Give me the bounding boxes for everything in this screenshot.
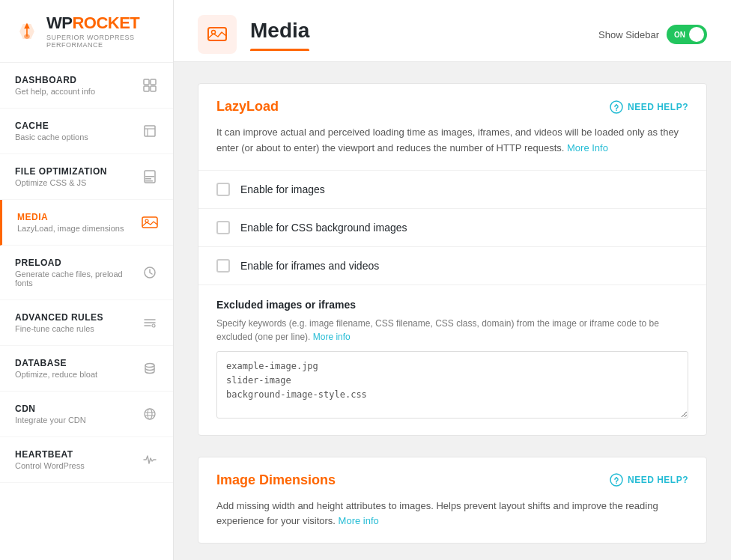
sidebar-item-heartbeat-title: HEARTBEAT: [15, 449, 142, 460]
sidebar-item-advanced-rules-subtitle: Fine-tune cache rules: [15, 324, 142, 333]
page-header: Media Show Sidebar ON: [174, 0, 731, 62]
excluded-desc: Specify keywords (e.g. image filename, C…: [216, 317, 688, 344]
logo-tagline: Superior WordPress Performance: [46, 34, 158, 49]
preload-icon: [142, 264, 158, 281]
lazyload-title: LazyLoad: [216, 99, 279, 115]
heartbeat-icon: [142, 451, 158, 468]
lazyload-need-help-label: NEED HELP?: [628, 102, 688, 112]
svg-point-31: [610, 474, 622, 486]
sidebar-item-cache-subtitle: Basic cache options: [15, 133, 142, 141]
sidebar-item-dashboard-title: DASHBOARD: [15, 75, 142, 85]
database-icon: [142, 360, 158, 377]
wp-rocket-logo-icon: [15, 16, 39, 47]
svg-point-21: [145, 364, 154, 368]
enable-css-bg-row: Enable for CSS background images: [198, 208, 706, 246]
sidebar: WP ROCKET Superior WordPress Performance…: [0, 0, 174, 560]
sidebar-item-cdn[interactable]: CDN Integrate your CDN: [0, 392, 173, 437]
image-dimensions-title: Image Dimensions: [216, 472, 336, 488]
image-dimensions-description: Add missing width and height attributes …: [198, 499, 706, 544]
logo: WP ROCKET Superior WordPress Performance: [0, 0, 173, 63]
toggle-label: ON: [674, 31, 685, 39]
content-area: LazyLoad NEED HELP? It can improve actua…: [174, 62, 731, 560]
svg-point-23: [148, 409, 152, 419]
sidebar-navigation: DASHBOARD Get help, account info CACHE B…: [0, 63, 173, 560]
sidebar-item-advanced-rules[interactable]: ADVANCED RULES Fine-tune cache rules: [0, 300, 173, 346]
sidebar-item-cache-title: CACHE: [15, 121, 142, 131]
logo-wp: WP: [46, 13, 72, 33]
svg-rect-4: [151, 79, 156, 85]
excluded-section: Excluded images or iframes Specify keywo…: [198, 284, 706, 435]
toggle-knob: [689, 27, 704, 42]
sidebar-item-advanced-rules-title: ADVANCED RULES: [15, 312, 142, 323]
svg-point-22: [145, 409, 155, 419]
sidebar-item-media-title: MEDIA: [17, 212, 142, 222]
svg-rect-11: [145, 176, 154, 177]
enable-css-bg-label: Enable for CSS background images: [240, 222, 407, 234]
svg-point-30: [616, 109, 617, 111]
lazyload-more-info-link[interactable]: More Info: [567, 142, 608, 153]
svg-rect-6: [151, 86, 156, 91]
svg-point-20: [152, 324, 155, 327]
cdn-icon: [142, 406, 158, 422]
sidebar-item-preload[interactable]: PRELOAD Generate cache files, preload fo…: [0, 246, 173, 300]
svg-rect-12: [145, 178, 151, 180]
excluded-title: Excluded images or iframes: [216, 299, 688, 311]
main-content: Media Show Sidebar ON LazyLoad NEED HELP…: [174, 0, 731, 560]
advanced-rules-icon: [142, 314, 158, 331]
sidebar-item-cdn-title: CDN: [15, 404, 142, 414]
enable-css-bg-checkbox[interactable]: [216, 221, 230, 234]
lazyload-need-help-button[interactable]: NEED HELP?: [610, 100, 688, 114]
show-sidebar-label: Show Sidebar: [598, 29, 659, 40]
sidebar-item-file-optimization[interactable]: FILE OPTIMIZATION Optimize CSS & JS: [0, 154, 173, 200]
image-dimensions-more-info-link[interactable]: More info: [339, 515, 379, 526]
svg-rect-7: [145, 126, 155, 136]
page-icon: [198, 15, 237, 54]
enable-images-label: Enable for images: [240, 183, 325, 195]
sidebar-item-heartbeat[interactable]: HEARTBEAT Control WordPress: [0, 437, 173, 483]
svg-rect-3: [144, 79, 149, 85]
sidebar-item-file-optimization-title: FILE OPTIMIZATION: [15, 166, 142, 177]
lazyload-description: It can improve actual and perceived load…: [198, 125, 706, 170]
enable-iframes-label: Enable for iframes and videos: [240, 260, 379, 272]
sidebar-item-database-subtitle: Optimize, reduce bloat: [15, 370, 142, 379]
enable-iframes-row: Enable for iframes and videos: [198, 246, 706, 284]
svg-point-33: [616, 483, 617, 484]
sidebar-item-heartbeat-subtitle: Control WordPress: [15, 461, 142, 470]
cache-icon: [142, 123, 158, 139]
enable-images-checkbox[interactable]: [216, 183, 230, 196]
sidebar-item-media[interactable]: MEDIA LazyLoad, image dimensions: [0, 200, 173, 246]
sidebar-item-preload-title: PRELOAD: [15, 258, 142, 268]
sidebar-item-cache[interactable]: CACHE Basic cache options: [0, 109, 173, 154]
image-dimensions-need-help-button[interactable]: NEED HELP?: [610, 473, 688, 487]
enable-images-row: Enable for images: [198, 170, 706, 208]
page-tab-underline: [250, 49, 309, 51]
excluded-more-info-link[interactable]: More info: [313, 332, 351, 342]
excluded-textarea[interactable]: example-image.jpg slider-image backgroun…: [216, 351, 688, 419]
lazyload-section-header: LazyLoad NEED HELP?: [198, 84, 706, 125]
logo-rocket: ROCKET: [72, 13, 139, 33]
sidebar-toggle[interactable]: ON: [667, 25, 707, 44]
page-title: Media: [250, 19, 309, 43]
media-icon: [142, 214, 158, 231]
svg-rect-5: [144, 86, 149, 91]
image-dimensions-need-help-label: NEED HELP?: [628, 475, 688, 485]
sidebar-item-file-optimization-subtitle: Optimize CSS & JS: [15, 178, 142, 187]
svg-point-2: [24, 34, 30, 38]
sidebar-item-preload-subtitle: Generate cache files, preload fonts: [15, 270, 142, 287]
svg-rect-13: [145, 180, 153, 182]
sidebar-item-media-subtitle: LazyLoad, image dimensions: [17, 224, 142, 233]
sidebar-item-database-title: DATABASE: [15, 358, 142, 368]
lazyload-section: LazyLoad NEED HELP? It can improve actua…: [198, 83, 707, 436]
dashboard-icon: [142, 77, 158, 94]
sidebar-item-database[interactable]: DATABASE Optimize, reduce bloat: [0, 346, 173, 392]
image-dimensions-section: Image Dimensions NEED HELP? Add missing …: [198, 457, 707, 544]
file-optimization-icon: [142, 168, 158, 185]
image-dimensions-section-header: Image Dimensions NEED HELP?: [198, 457, 706, 499]
sidebar-item-dashboard-subtitle: Get help, account info: [15, 87, 142, 96]
sidebar-item-dashboard[interactable]: DASHBOARD Get help, account info: [0, 63, 173, 109]
sidebar-item-cdn-subtitle: Integrate your CDN: [15, 416, 142, 424]
enable-iframes-checkbox[interactable]: [216, 259, 230, 273]
svg-point-28: [610, 101, 622, 113]
